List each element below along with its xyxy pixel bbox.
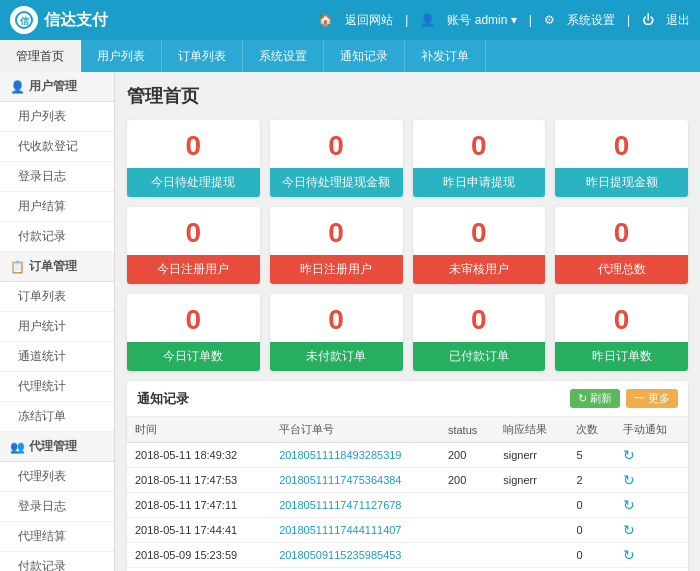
cell-action: ↻ <box>615 568 688 572</box>
cell-order-id[interactable]: 20180511117444111407 <box>271 518 440 543</box>
more-text: 更多 <box>648 391 670 406</box>
stat-agent-count: 0 代理总数 <box>555 207 688 284</box>
stat-unpaid-orders: 0 未付款订单 <box>270 294 403 371</box>
sidebar-item-user-list[interactable]: 用户列表 <box>0 102 114 132</box>
stat-today-withdraw: 0 今日待处理提现 <box>127 120 260 197</box>
cell-count: 2 <box>568 468 614 493</box>
cell-time: 2018-05-09 15:23:52 <box>127 568 271 572</box>
stat-today-orders-label: 今日订单数 <box>127 342 260 371</box>
tab-settings[interactable]: 系统设置 <box>243 40 324 72</box>
tab-home[interactable]: 管理首页 <box>0 40 81 72</box>
sidebar-item-agent-settle[interactable]: 代理结算 <box>0 522 114 552</box>
sidebar-item-agent-payment[interactable]: 付款记录 <box>0 552 114 571</box>
stat-today-users: 0 今日注册用户 <box>127 207 260 284</box>
cell-action: ↻ <box>615 468 688 493</box>
sidebar-item-order-list[interactable]: 订单列表 <box>0 282 114 312</box>
table-row: 2018-05-11 17:44:41 20180511117444111407… <box>127 518 688 543</box>
cell-status <box>440 568 495 572</box>
nav-tabs: 管理首页 用户列表 订单列表 系统设置 通知记录 补发订单 <box>0 40 700 72</box>
manual-notify-icon[interactable]: ↻ <box>623 497 635 513</box>
manual-notify-icon[interactable]: ↻ <box>623 547 635 563</box>
stat-today-users-label: 今日注册用户 <box>127 255 260 284</box>
table-row: 2018-05-09 15:23:52 20180509115235214086… <box>127 568 688 572</box>
more-button[interactable]: 一 更多 <box>626 389 678 408</box>
tab-notify[interactable]: 通知记录 <box>324 40 405 72</box>
stat-today-users-value: 0 <box>127 207 260 255</box>
tab-resend[interactable]: 补发订单 <box>405 40 486 72</box>
manual-notify-icon[interactable]: ↻ <box>623 447 635 463</box>
stat-paid-orders-value: 0 <box>413 294 546 342</box>
cell-action: ↻ <box>615 493 688 518</box>
sidebar-item-user-settle[interactable]: 用户结算 <box>0 192 114 222</box>
cell-response <box>495 568 568 572</box>
stats-row-3: 0 今日订单数 0 未付款订单 0 已付款订单 0 昨日订单数 <box>127 294 688 371</box>
stat-yesterday-withdraw-amount-label: 昨日提现金额 <box>555 168 688 197</box>
cell-response <box>495 518 568 543</box>
stat-yesterday-users-label: 昨日注册用户 <box>270 255 403 284</box>
order-link[interactable]: 20180511118493285319 <box>279 449 401 461</box>
stat-paid-orders-label: 已付款订单 <box>413 342 546 371</box>
stat-yesterday-withdraw: 0 昨日申请提现 <box>413 120 546 197</box>
cell-order-id[interactable]: 20180511117475364384 <box>271 468 440 493</box>
refresh-button[interactable]: ↻ 刷新 <box>570 389 620 408</box>
manual-notify-icon[interactable]: ↻ <box>623 472 635 488</box>
order-link[interactable]: 20180511117444111407 <box>279 524 401 536</box>
cell-response <box>495 543 568 568</box>
cell-action: ↻ <box>615 543 688 568</box>
sidebar-item-user-stats[interactable]: 用户统计 <box>0 312 114 342</box>
sidebar-item-frozen-orders[interactable]: 冻结订单 <box>0 402 114 432</box>
cell-status <box>440 493 495 518</box>
order-link[interactable]: 20180511117475364384 <box>279 474 401 486</box>
cell-order-id[interactable]: 20180511118493285319 <box>271 443 440 468</box>
cell-order-id[interactable]: 20180509115235985453 <box>271 543 440 568</box>
tab-orders[interactable]: 订单列表 <box>162 40 243 72</box>
cell-response <box>495 493 568 518</box>
sidebar-section-title-user: 👤 用户管理 <box>0 72 114 102</box>
sidebar-section-title-agent: 👥 代理管理 <box>0 432 114 462</box>
cell-count: 5 <box>568 443 614 468</box>
sidebar-item-agent-login-log[interactable]: 登录日志 <box>0 492 114 522</box>
system-settings-link[interactable]: 系统设置 <box>567 12 615 29</box>
separator3: | <box>627 13 630 27</box>
sidebar-item-agent-stats[interactable]: 代理统计 <box>0 372 114 402</box>
layout: 👤 用户管理 用户列表 代收款登记 登录日志 用户结算 付款记录 📋 订单管理 … <box>0 72 700 571</box>
user-icon: 👤 <box>420 13 435 27</box>
tab-users[interactable]: 用户列表 <box>81 40 162 72</box>
order-link[interactable]: 20180509115235985453 <box>279 549 401 561</box>
stats-row-1: 0 今日待处理提现 0 今日待处理提现金额 0 昨日申请提现 0 昨日提现金额 <box>127 120 688 197</box>
sidebar-item-login-log[interactable]: 登录日志 <box>0 162 114 192</box>
agent-mgmt-icon: 👥 <box>10 440 25 454</box>
stat-yesterday-withdraw-value: 0 <box>413 120 546 168</box>
cell-action: ↻ <box>615 443 688 468</box>
notify-section: 通知记录 ↻ 刷新 一 更多 时间 平台订单号 <box>127 381 688 571</box>
stat-unreviewed-users-value: 0 <box>413 207 546 255</box>
logout-link[interactable]: 退出 <box>666 12 690 29</box>
sidebar-section-order: 📋 订单管理 订单列表 用户统计 通道统计 代理统计 冻结订单 <box>0 252 114 432</box>
more-label: 一 <box>634 391 645 406</box>
notify-table: 时间 平台订单号 status 响应结果 次数 手动通知 2018-05-11 … <box>127 417 688 571</box>
order-link[interactable]: 20180511117471127678 <box>279 499 401 511</box>
separator: | <box>405 13 408 27</box>
cell-response: signerr <box>495 443 568 468</box>
sidebar-item-payment-record[interactable]: 付款记录 <box>0 222 114 252</box>
sidebar-item-channel-stats[interactable]: 通道统计 <box>0 342 114 372</box>
table-row: 2018-05-11 17:47:11 20180511117471127678… <box>127 493 688 518</box>
sidebar-item-agent-list[interactable]: 代理列表 <box>0 462 114 492</box>
home-icon: 🏠 <box>318 13 333 27</box>
stat-agent-count-label: 代理总数 <box>555 255 688 284</box>
cell-order-id[interactable]: 20180509115235214086 <box>271 568 440 572</box>
stat-today-withdraw-amount-value: 0 <box>270 120 403 168</box>
svg-text:信: 信 <box>19 16 30 26</box>
back-site-link[interactable]: 返回网站 <box>345 12 393 29</box>
cell-order-id[interactable]: 20180511117471127678 <box>271 493 440 518</box>
sidebar-item-receivable[interactable]: 代收款登记 <box>0 132 114 162</box>
separator2: | <box>529 13 532 27</box>
manual-notify-icon[interactable]: ↻ <box>623 522 635 538</box>
admin-account[interactable]: 账号 admin ▾ <box>447 12 516 29</box>
cell-count: 0 <box>568 543 614 568</box>
stat-yesterday-users: 0 昨日注册用户 <box>270 207 403 284</box>
logo-text: 信达支付 <box>44 10 108 31</box>
gear-icon: ⚙ <box>544 13 555 27</box>
order-mgmt-icon: 📋 <box>10 260 25 274</box>
cell-count: 0 <box>568 493 614 518</box>
